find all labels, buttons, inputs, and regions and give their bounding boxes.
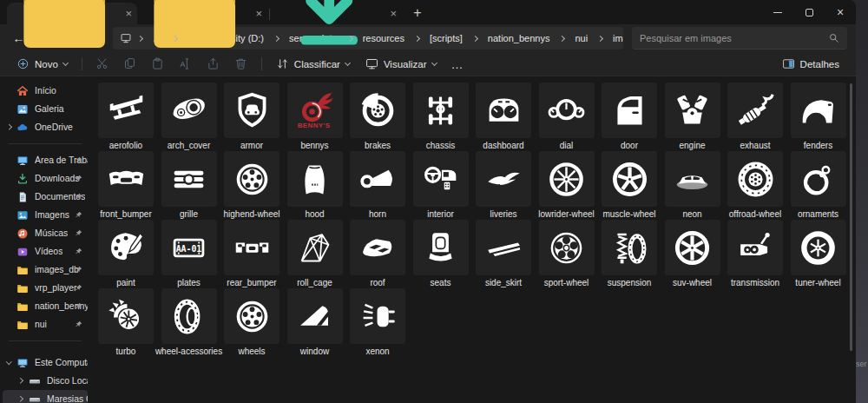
sidebar-item-galeria[interactable]: Galeria — [3, 100, 88, 118]
chevron-right-icon[interactable] — [17, 396, 23, 401]
file-tile-horn[interactable]: horn — [350, 151, 405, 220]
sidebar-item-maresias-city-d-[interactable]: Maresias City (D:) — [3, 390, 88, 403]
chevron-right-icon[interactable] — [17, 378, 23, 383]
sidebar-item-label: Início — [35, 86, 56, 96]
file-tile-fenders[interactable]: fenders — [791, 83, 846, 151]
file-tile-sport-wheel[interactable]: sport-wheel — [539, 220, 595, 288]
file-tile-paint[interactable]: paint — [98, 220, 154, 288]
chevron-right-icon[interactable] — [6, 124, 11, 129]
tab-images_db[interactable]: images_db× — [137, 3, 267, 24]
file-tile-grille[interactable]: grille — [161, 151, 217, 220]
sidebar-item-images-db[interactable]: images_db — [3, 261, 88, 279]
sidebar-item-documentos[interactable]: Documentos — [3, 188, 88, 206]
file-tile-bennys[interactable]: BENNY'Sbennys — [287, 83, 343, 151]
sidebar-item-label: Este Computador — [35, 358, 88, 367]
tab-images[interactable]: images× — [7, 3, 137, 24]
window-icon — [287, 288, 343, 344]
file-tile-wheel-acessories[interactable]: wheel-acessories — [161, 288, 217, 357]
sidebar-item-este-computador[interactable]: Este Computador — [3, 353, 88, 372]
sidebar-item-onedrive[interactable]: OneDrive — [3, 118, 88, 136]
file-tile-side_skirt[interactable]: side_skirt — [476, 220, 531, 288]
file-tile-exhaust[interactable]: exhaust — [727, 83, 783, 151]
file-tile-armor[interactable]: armor — [224, 83, 279, 151]
file-tile-seats[interactable]: seats — [413, 220, 469, 288]
file-tile-ornaments[interactable]: ornaments — [791, 151, 846, 220]
tab-close-icon[interactable]: × — [125, 7, 132, 21]
picture-icon — [16, 209, 29, 221]
file-tile-turbo[interactable]: turbo — [98, 288, 154, 357]
file-tile-wheels[interactable]: wheels — [224, 288, 279, 357]
file-tile-brakes[interactable]: brakes — [350, 83, 405, 151]
more-options-button[interactable]: … — [444, 57, 471, 71]
file-tile-chassis[interactable]: chassis — [413, 83, 469, 151]
close-button[interactable]: × — [825, 0, 856, 24]
file-tile-arch_cover[interactable]: arch_cover — [161, 83, 217, 151]
file-tile-roll_cage[interactable]: roll_cage — [287, 220, 343, 288]
details-button[interactable]: Detalhes — [774, 53, 847, 76]
breadcrumb-item-images[interactable]: images — [607, 30, 623, 46]
file-name: roll_cage — [297, 278, 332, 287]
cloud-icon — [16, 122, 29, 134]
folder-icon — [16, 0, 113, 63]
file-tile-window[interactable]: window — [287, 288, 343, 357]
turbo-icon — [98, 288, 154, 344]
file-tile-xenon[interactable]: xenon — [350, 288, 405, 357]
file-tile-suspension[interactable]: suspension — [602, 220, 657, 288]
file-tile-aerofolio[interactable]: aerofolio — [98, 83, 154, 151]
sidebar-item-nui[interactable]: nui — [3, 315, 88, 334]
sidebar-item--rea-de-trabalho[interactable]: Área de Trabalho — [3, 151, 88, 169]
search-input[interactable] — [640, 33, 828, 43]
file-tile-dashboard[interactable]: dashboard — [476, 83, 531, 151]
file-name: rear_bumper — [227, 278, 276, 287]
file-tile-rear_bumper[interactable]: rear_bumper — [224, 220, 279, 288]
copy-button[interactable] — [116, 53, 144, 76]
file-tile-suv-wheel[interactable]: suv-wheel — [665, 220, 720, 288]
file-tile-plates[interactable]: AA-01plates — [161, 220, 217, 288]
sidebar-item-disco-local-c-[interactable]: Disco Local (C:) — [3, 372, 88, 390]
breadcrumb-item-nation-bennys[interactable]: nation_bennys — [482, 30, 556, 46]
file-tile-tuner-wheel[interactable]: tuner-wheel — [791, 220, 846, 288]
sidebar-item-in-cio[interactable]: Início — [3, 82, 88, 100]
breadcrumb-item-nui[interactable]: nui — [569, 30, 594, 46]
sidebar-item-imagens[interactable]: Imagens — [3, 206, 88, 224]
file-tile-interior[interactable]: interior — [413, 151, 469, 220]
chevron-right-icon[interactable] — [597, 35, 603, 41]
file-tile-door[interactable]: door — [602, 83, 657, 151]
pin-icon — [75, 284, 82, 292]
file-tile-neon[interactable]: neon — [665, 151, 720, 220]
vertical-scrollbar[interactable] — [850, 83, 852, 351]
wheel-spoke8-icon — [539, 151, 595, 207]
shield-icon — [224, 83, 279, 138]
file-tile-roof[interactable]: roof — [350, 220, 405, 288]
file-tile-hood[interactable]: hood — [287, 151, 343, 220]
file-explorer-window: images×images_db×Downloads× + × ← → ↑ …M… — [0, 0, 856, 403]
file-tile-offroad-wheel[interactable]: offroad-wheel — [727, 151, 783, 220]
sidebar-item-v-deos[interactable]: Vídeos — [3, 242, 88, 261]
file-tile-front_bumper[interactable]: front_bumper — [98, 151, 154, 220]
breadcrumb-item--scripts-[interactable]: [scripts] — [424, 30, 469, 46]
file-tile-liveries[interactable]: liveries — [476, 151, 531, 220]
chevron-right-icon[interactable] — [472, 35, 478, 41]
chevron-down-icon[interactable] — [6, 359, 11, 364]
chevron-right-icon[interactable] — [273, 35, 279, 41]
chevron-right-icon[interactable] — [559, 35, 565, 41]
file-tile-lowrider-wheel[interactable]: lowrider-wheel — [539, 151, 595, 220]
file-tile-transmission[interactable]: transmission — [727, 220, 783, 288]
svg-text:AA-01: AA-01 — [176, 243, 202, 253]
sidebar-item-vrp-player[interactable]: vrp_player — [3, 279, 88, 297]
tab-close-icon[interactable]: × — [390, 7, 397, 21]
tab-close-icon[interactable]: × — [255, 7, 262, 21]
file-tile-engine[interactable]: engine — [665, 83, 720, 151]
new-tab-button[interactable]: + — [407, 3, 428, 23]
sidebar-item-nation-bennys[interactable]: nation_bennys — [3, 297, 88, 315]
file-tile-highend-wheel[interactable]: highend-wheel — [224, 151, 279, 220]
tab-Downloads[interactable]: Downloads× — [272, 3, 402, 24]
file-tile-dial[interactable]: dial — [539, 83, 595, 151]
chevron-right-icon[interactable] — [414, 35, 420, 41]
minimize-button[interactable] — [762, 0, 793, 24]
file-tile-muscle-wheel[interactable]: muscle-wheel — [602, 151, 657, 220]
chevron-right-icon[interactable] — [137, 35, 143, 41]
maximize-button[interactable] — [793, 0, 825, 24]
sidebar-item-downloads[interactable]: Downloads — [3, 169, 88, 188]
sidebar-item-m-sicas[interactable]: Músicas — [3, 224, 88, 242]
